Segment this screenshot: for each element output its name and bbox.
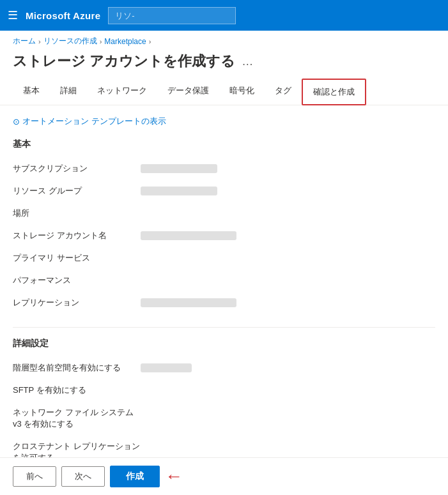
field-value-location: [141, 202, 435, 225]
field-value-primary-service: [141, 247, 435, 270]
automation-link-icon: ⊙: [13, 117, 20, 126]
blurred-account-name: [141, 231, 236, 240]
field-value-subscription: [141, 158, 435, 180]
tab-advanced[interactable]: 詳細: [50, 79, 87, 105]
breadcrumb-home[interactable]: ホーム: [13, 36, 36, 47]
tab-encryption[interactable]: 暗号化: [219, 79, 265, 105]
field-value-nfs: [141, 402, 435, 436]
create-button[interactable]: 作成: [110, 466, 160, 487]
footer-bar: 前へ 次へ 作成 ←: [0, 457, 448, 495]
field-label-subscription: サブスクリプション: [13, 158, 141, 180]
field-value-sftp: [141, 379, 435, 402]
section-divider: [13, 327, 435, 328]
arrow-indicator: ←: [165, 466, 183, 487]
breadcrumb-sep3: ›: [149, 38, 151, 45]
next-button[interactable]: 次へ: [61, 466, 105, 487]
tab-basics[interactable]: 基本: [13, 79, 50, 105]
field-label-sftp: SFTP を有効にする: [13, 379, 141, 402]
hamburger-icon[interactable]: ☰: [8, 8, 18, 22]
header: ☰ Microsoft Azure: [0, 0, 448, 31]
blurred-replication: [141, 298, 236, 307]
field-value-hierarchical-ns: [141, 357, 435, 379]
tab-review-create[interactable]: 確認と作成: [302, 79, 366, 105]
title-more-button[interactable]: …: [242, 55, 253, 68]
breadcrumb-create-resource[interactable]: リソースの作成: [43, 36, 97, 47]
field-value-replication: [141, 292, 435, 314]
blurred-hierarchical-ns: [141, 363, 192, 372]
breadcrumb-sep1: ›: [38, 38, 41, 45]
section-heading-basics: 基本: [13, 139, 435, 150]
field-label-nfs: ネットワーク ファイル システム v3 を有効にする: [13, 402, 141, 436]
field-label-resource-group: リソース グループ: [13, 180, 141, 202]
prev-button[interactable]: 前へ: [13, 466, 56, 487]
blurred-subscription: [141, 164, 217, 173]
field-label-account-name: ストレージ アカウント名: [13, 225, 141, 247]
page-title-row: ストレージ アカウントを作成する …: [0, 49, 448, 79]
section-heading-advanced: 詳細設定: [13, 338, 435, 349]
breadcrumb-marketplace[interactable]: Marketplace: [104, 37, 146, 46]
tab-bar: 基本 詳細 ネットワーク データ保護 暗号化 タグ 確認と作成: [0, 79, 448, 105]
main-content: ホーム › リソースの作成 › Marketplace › ストレージ アカウン…: [0, 31, 448, 495]
app-logo: Microsoft Azure: [26, 10, 100, 21]
search-input[interactable]: [108, 7, 236, 24]
field-label-performance: パフォーマンス: [13, 270, 141, 292]
field-label-replication: レプリケーション: [13, 292, 141, 314]
automation-link[interactable]: ⊙ オートメーション テンプレートの表示: [13, 116, 435, 127]
automation-link-label: オートメーション テンプレートの表示: [22, 116, 166, 127]
field-label-location: 場所: [13, 202, 141, 225]
breadcrumb: ホーム › リソースの作成 › Marketplace ›: [0, 31, 448, 49]
field-value-resource-group: [141, 180, 435, 202]
form-rows-basics: サブスクリプション リソース グループ 場所 ストレージ アカウント名 プライマ…: [13, 158, 435, 314]
breadcrumb-sep2: ›: [100, 38, 102, 45]
field-label-primary-service: プライマリ サービス: [13, 247, 141, 270]
tab-tags[interactable]: タグ: [265, 79, 302, 105]
tab-networking[interactable]: ネットワーク: [87, 79, 157, 105]
field-value-performance: [141, 270, 435, 292]
field-label-hierarchical-ns: 階層型名前空間を有効にする: [13, 357, 141, 379]
blurred-resource-group: [141, 187, 217, 195]
field-value-account-name: [141, 225, 435, 247]
tab-data-protection[interactable]: データ保護: [157, 79, 219, 105]
page-title: ストレージ アカウントを作成する: [13, 52, 235, 71]
content-area: ⊙ オートメーション テンプレートの表示 基本 サブスクリプション リソース グ…: [0, 105, 448, 495]
